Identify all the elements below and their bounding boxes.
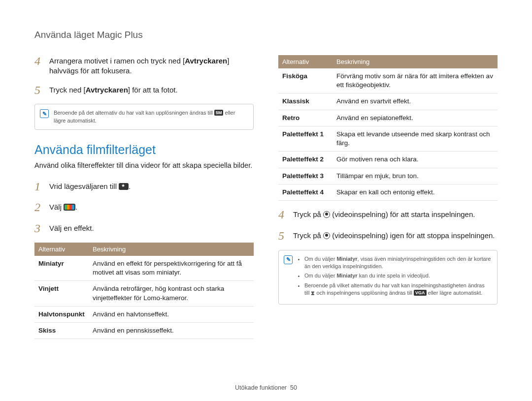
text: eller lägre automatiskt.: [427, 290, 483, 296]
vga-icon: VGA: [414, 290, 427, 296]
step-3: 3 Välj en effekt.: [34, 221, 254, 236]
opt-name: Paletteffekt 3: [278, 168, 332, 184]
opt-name: Paletteffekt 2: [278, 152, 332, 168]
step-text: Välj .: [49, 200, 77, 212]
right-column: Alternativ Beskrivning FiskögaFörvräng m…: [278, 54, 498, 339]
record-icon: [323, 232, 330, 239]
step-number: 2: [34, 200, 43, 215]
opt-name: Paletteffekt 1: [278, 126, 332, 151]
content-columns: 4 Arrangera motivet i ramen och tryck ne…: [34, 54, 498, 339]
table-row: Paletteffekt 1Skapa ett levande utseende…: [278, 126, 498, 151]
opt-name: Paletteffekt 4: [278, 184, 332, 200]
opt-desc: Använd en pennskisseffekt.: [89, 323, 254, 339]
text: Välj: [49, 203, 64, 211]
table-row: HalvtonspunktAnvänd en halvtonseffekt.: [34, 306, 254, 322]
opt-name: Retro: [278, 110, 332, 126]
table-row: KlassiskAnvänd en svartvit effekt.: [278, 93, 498, 110]
note-bullet: Om du väljer Miniatyr kan du inte spela …: [304, 272, 491, 279]
bold: Avtryckaren: [185, 57, 227, 65]
text: Tryck på: [293, 210, 323, 218]
opt-desc: Använd en effekt för perspektivkorrigeri…: [89, 256, 254, 281]
section-heading: Använda filmfilterläget: [34, 143, 254, 157]
film-filter-icon: [64, 204, 75, 211]
step-5-right: 5 Tryck på (videoinspelning) igen för at…: [278, 229, 498, 243]
table-row: Paletteffekt 4Skapar en kall och entonig…: [278, 184, 498, 200]
step-number: 5: [278, 229, 287, 243]
text: .: [129, 182, 131, 190]
mode-dial-icon: [119, 183, 129, 190]
note-icon: ✎: [284, 255, 293, 264]
opt-name: Miniatyr: [34, 256, 89, 281]
text: Tryck ned [: [49, 86, 86, 94]
section-intro: Använd olika filtereffekter till dina vi…: [34, 161, 254, 171]
table-row: Paletteffekt 3Tillämpar en mjuk, brun to…: [278, 168, 498, 184]
note-bullet: Om du väljer Miniatyr, visas även miniat…: [304, 255, 491, 271]
opt-desc: Skapar en kall och entonig effekt.: [332, 184, 498, 200]
bold: Miniatyr: [336, 256, 357, 262]
table-header: Alternativ: [34, 243, 89, 256]
table-header: Alternativ: [278, 55, 332, 68]
table-header: Beskrivning: [332, 55, 498, 68]
opt-desc: Använd en sepiatoneffekt.: [332, 110, 498, 126]
step-number: 3: [34, 221, 43, 236]
note-bullet: Beroende på vilket alternativ du har val…: [304, 282, 491, 297]
opt-desc: Gör motiven rena och klara.: [332, 152, 498, 168]
bold: Miniatyr: [336, 273, 357, 278]
step-text: Vrid lägesväljaren till .: [49, 180, 131, 191]
note-text: Beroende på det alternativ du har valt k…: [54, 110, 214, 116]
step-text: Arrangera motivet i ramen och tryck ned …: [49, 54, 254, 76]
step-1: 1 Vrid lägesväljaren till .: [34, 180, 254, 194]
note-icon: ✎: [40, 109, 49, 118]
bold: Avtryckaren: [86, 86, 128, 94]
step-4: 4 Arrangera motivet i ramen och tryck ne…: [34, 54, 254, 76]
opt-desc: Förvräng motiv som är nära för att imite…: [332, 68, 498, 93]
step-5: 5 Tryck ned [Avtryckaren] för att ta fot…: [34, 83, 254, 97]
step-text: Välj en effekt.: [49, 221, 94, 233]
opt-desc: Skapa ett levande utseende med skarp kon…: [332, 126, 498, 151]
record-icon: [323, 211, 330, 218]
opt-name: Klassisk: [278, 93, 332, 110]
opt-desc: Använda retrofärger, hög kontrast och st…: [89, 281, 254, 306]
text: .: [75, 203, 77, 211]
step-text: Tryck ned [Avtryckaren] för att ta fotot…: [49, 83, 178, 95]
note-box-resolution: ✎ Beroende på det alternativ du har valt…: [34, 104, 254, 130]
table-row: RetroAnvänd en sepiatoneffekt.: [278, 110, 498, 126]
table-row: FiskögaFörvräng motiv som är nära för at…: [278, 68, 498, 93]
effects-table-left: Alternativ Beskrivning MiniatyrAnvänd en…: [34, 243, 254, 339]
text: Om du väljer: [304, 273, 336, 278]
page-footer: Utökade funktioner 50: [0, 384, 532, 391]
opt-name: Vinjett: [34, 281, 89, 306]
text: och inspelningens upplösning ändras till: [315, 290, 414, 296]
breadcrumb: Använda läget Magic Plus: [34, 30, 498, 40]
resolution-icon: 5M: [214, 110, 224, 116]
step-number: 4: [278, 208, 287, 222]
footer-label: Utökade funktioner: [235, 384, 287, 391]
table-row: Paletteffekt 2Gör motiven rena och klara…: [278, 152, 498, 168]
table-row: VinjettAnvända retrofärger, hög kontrast…: [34, 281, 254, 306]
step-text: Tryck på (videoinspelning) igen för att …: [293, 229, 495, 241]
table-row: MiniatyrAnvänd en effekt för perspektivk…: [34, 256, 254, 281]
text: ] för att ta fotot.: [128, 86, 178, 94]
text: (videoinspelning) igen för att stoppa in…: [330, 231, 495, 240]
text: (videoinspelning) för att starta inspeln…: [330, 210, 475, 218]
step-4-right: 4 Tryck på (videoinspelning) för att sta…: [278, 208, 498, 222]
opt-desc: Använd en halvtonseffekt.: [89, 306, 254, 322]
step-number: 4: [34, 54, 43, 68]
opt-desc: Tillämpar en mjuk, brun ton.: [332, 168, 498, 184]
opt-name: Fisköga: [278, 68, 332, 93]
table-row: SkissAnvänd en pennskisseffekt.: [34, 323, 254, 339]
step-text: Tryck på (videoinspelning) för att start…: [293, 208, 475, 219]
opt-desc: Använd en svartvit effekt.: [332, 93, 498, 110]
text: Tryck på: [293, 231, 323, 240]
step-number: 5: [34, 83, 43, 97]
step-2: 2 Välj .: [34, 200, 254, 215]
text: Om du väljer: [304, 256, 336, 262]
note-box-miniature: ✎ Om du väljer Miniatyr, visas även mini…: [278, 250, 498, 305]
opt-name: Halvtonspunkt: [34, 306, 89, 322]
footer-page: 50: [290, 384, 297, 391]
left-column: 4 Arrangera motivet i ramen och tryck ne…: [34, 54, 254, 339]
text: Vrid lägesväljaren till: [49, 182, 119, 190]
text: kan du inte spela in videoljud.: [358, 273, 430, 278]
effects-table-right: Alternativ Beskrivning FiskögaFörvräng m…: [278, 55, 498, 201]
step-number: 1: [34, 180, 43, 194]
